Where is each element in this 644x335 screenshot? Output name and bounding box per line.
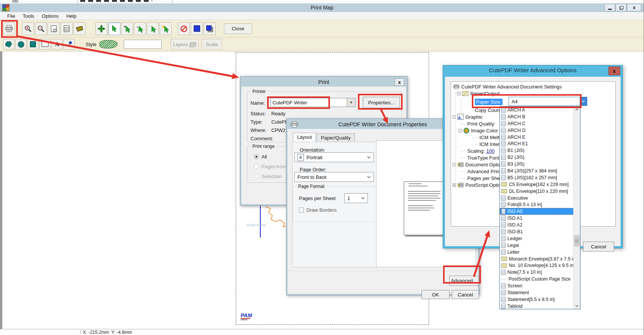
- scaling-value[interactable]: 100: [486, 148, 495, 154]
- paper-size-item[interactable]: ARCH E1: [500, 140, 574, 147]
- printer-name-combobox[interactable]: CutePDF Writer ▼: [270, 98, 356, 107]
- pentagon-shape-button[interactable]: [3, 39, 14, 50]
- print-dialog-titlebar[interactable]: Print: [241, 78, 406, 87]
- tree-item-paper-size[interactable]: Paper Size: A4: [451, 97, 615, 107]
- paper-size-item[interactable]: C5 Envelope[162 x 229 mm]: [500, 181, 574, 188]
- rectangle-outline-button[interactable]: [39, 39, 51, 50]
- pushpin-button[interactable]: [64, 39, 75, 50]
- background-tab-info[interactable]: Info: [12, 0, 19, 3]
- select-cursor-button[interactable]: [108, 22, 120, 35]
- paper-size-item[interactable]: B3 (JIS): [500, 161, 574, 168]
- print-dialog-close-button[interactable]: x: [395, 78, 404, 86]
- paper-size-item[interactable]: Legal: [500, 242, 574, 249]
- advanced-button[interactable]: Advanced...: [449, 276, 479, 286]
- select-new-button[interactable]: [160, 22, 172, 35]
- paper-size-item[interactable]: Ledger: [500, 235, 574, 242]
- orientation-combobox[interactable]: A Portrait: [294, 152, 374, 162]
- combo-dropdown-icon[interactable]: ▼: [347, 98, 355, 107]
- paper-size-item[interactable]: ISO A1: [500, 215, 574, 222]
- paper-size-item[interactable]: ISO-B1: [500, 228, 574, 235]
- pan-button[interactable]: [95, 22, 107, 35]
- paper-size-item[interactable]: Screen: [500, 282, 574, 289]
- status-bar: X: -215.2mm Y: -4.6mm: [0, 329, 644, 335]
- paper-size-item[interactable]: ARCH B: [500, 113, 574, 120]
- paper-size-item[interactable]: Letter: [500, 249, 574, 256]
- zoom-out-button[interactable]: [35, 22, 47, 35]
- paper-size-item[interactable]: ISO A0: [500, 208, 574, 215]
- paper-size-item[interactable]: B5 (JIS)[182 x 257 mm]: [500, 174, 574, 181]
- page-layout-button[interactable]: [61, 22, 73, 35]
- paper-size-item[interactable]: Folio[8.5 x 13 in]: [500, 201, 574, 208]
- style-name-input[interactable]: [124, 40, 162, 49]
- paper-size-item[interactable]: PostScript Custom Page Size: [500, 276, 574, 282]
- style-button[interactable]: Style: [86, 40, 118, 48]
- document-icon: [501, 202, 506, 207]
- square-shape-button[interactable]: [27, 39, 39, 50]
- zoom-in-button[interactable]: [22, 22, 34, 35]
- menu-options[interactable]: Options: [38, 12, 62, 20]
- paper-size-item[interactable]: B2 (JIS): [500, 154, 574, 161]
- pages-radio[interactable]: [254, 164, 259, 169]
- close-button[interactable]: Close: [224, 23, 252, 34]
- list-scrollbar[interactable]: [573, 107, 580, 309]
- ok-button[interactable]: OK: [422, 290, 450, 299]
- paper-size-item[interactable]: ARCH D: [500, 127, 574, 134]
- draw-borders-checkbox[interactable]: [299, 208, 304, 212]
- paper-size-item[interactable]: Statement[5.5 x 8.5 in]: [500, 296, 574, 303]
- advanced-options-close-button[interactable]: x: [608, 67, 620, 75]
- paper-size-item[interactable]: ARCH C: [500, 120, 574, 127]
- all-radio-label[interactable]: All: [261, 154, 267, 160]
- paper-size-item-label: B3 (JIS): [507, 161, 524, 167]
- paper-size-combobox[interactable]: A4: [509, 97, 587, 106]
- properties-button[interactable]: Properties...: [363, 97, 400, 108]
- paper-size-item[interactable]: Statement: [500, 289, 574, 296]
- tab-layout[interactable]: Layout: [293, 133, 316, 142]
- select-edit-button[interactable]: ´`: [147, 22, 159, 35]
- order-button[interactable]: [204, 22, 216, 35]
- layers-button[interactable]: Layers: [171, 39, 199, 50]
- page-setup-button[interactable]: [48, 22, 60, 35]
- paper-size-item[interactable]: B1 (JIS): [500, 147, 574, 154]
- chevron-down-icon[interactable]: [580, 97, 587, 105]
- polygon-select-button[interactable]: [73, 22, 86, 35]
- tree-dots: [460, 171, 466, 172]
- menu-file[interactable]: File: [4, 12, 19, 20]
- selection-radio[interactable]: [254, 174, 259, 179]
- restore-button[interactable]: [616, 4, 627, 11]
- scroll-up-button[interactable]: [574, 107, 580, 113]
- menu-tools[interactable]: Tools: [19, 12, 37, 20]
- pages-per-sheet-combobox[interactable]: 1: [344, 193, 368, 203]
- select-add-button[interactable]: +: [121, 22, 133, 35]
- collapse-icon[interactable]: -: [459, 129, 462, 132]
- paper-size-item[interactable]: No. 10 Envelope[4.125 x 9.5 in]: [500, 262, 574, 269]
- paper-size-item[interactable]: Note[7.5 x 10 in]: [500, 269, 574, 276]
- tree-root[interactable]: CutePDF Writer Advanced Document Setting…: [451, 83, 615, 90]
- select-remove-button[interactable]: -: [134, 22, 146, 35]
- scroll-down-button[interactable]: [574, 303, 580, 309]
- scale-button[interactable]: Scale: [202, 39, 222, 50]
- paper-size-item[interactable]: ISO A2: [500, 222, 574, 228]
- circle-shape-button[interactable]: [15, 39, 26, 50]
- paper-size-item[interactable]: ARCH A: [500, 107, 574, 113]
- text-tool-button[interactable]: A: [51, 39, 63, 50]
- paper-size-item[interactable]: DL Envelope[110 x 220 mm]: [500, 188, 574, 195]
- menu-help[interactable]: Help: [63, 12, 80, 20]
- delete-selection-button[interactable]: [178, 22, 190, 35]
- fill-color-button[interactable]: [191, 22, 203, 35]
- paper-size-item[interactable]: Tabloid: [500, 303, 574, 309]
- scrollbar-thumb[interactable]: [574, 235, 580, 247]
- advanced-cancel-button[interactable]: Cancel: [583, 242, 614, 251]
- tab-paper-quality[interactable]: Paper/Quality: [317, 133, 355, 142]
- cancel-button[interactable]: Cancel: [452, 290, 479, 299]
- minimize-button[interactable]: [604, 4, 615, 11]
- close-window-button[interactable]: x: [627, 4, 641, 11]
- paper-size-item[interactable]: Monarch Envelope[3.87 x 7.5 in]: [500, 256, 574, 262]
- print-button[interactable]: [3, 22, 15, 35]
- paper-size-item[interactable]: ARCH E: [500, 134, 574, 141]
- collapse-icon[interactable]: -: [457, 92, 460, 95]
- all-radio[interactable]: [254, 154, 259, 159]
- page-order-combobox[interactable]: Front to Back: [294, 172, 374, 182]
- tree-item-paper-output[interactable]: - Paper/Output: [451, 90, 615, 97]
- paper-size-item[interactable]: B4 (JIS)[257 x 364 mm]: [500, 168, 574, 174]
- paper-size-item[interactable]: Executive: [500, 195, 574, 202]
